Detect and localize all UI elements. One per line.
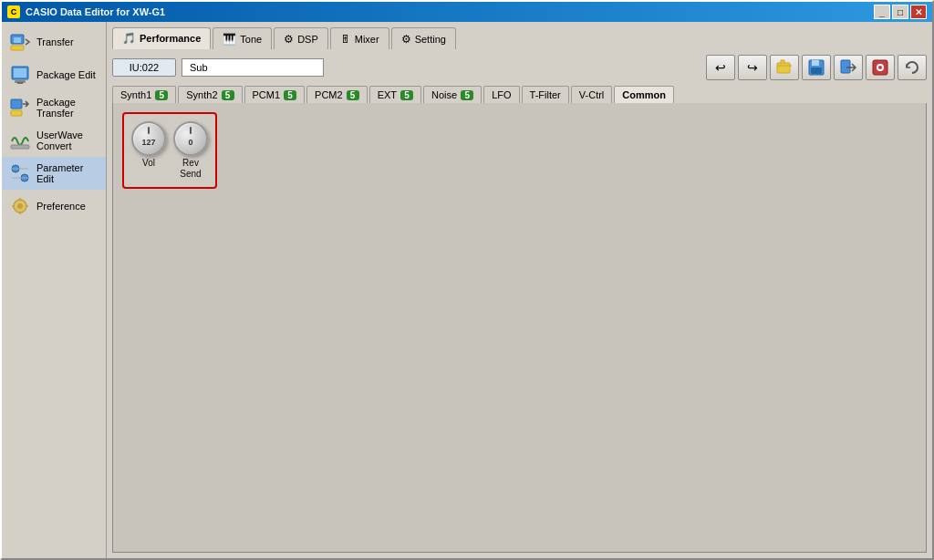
close-button[interactable]: ✕ [910, 5, 927, 19]
maximize-button[interactable]: □ [892, 5, 908, 19]
title-bar: C CASIO Data Editor for XW-G1 _ □ ✕ [2, 2, 932, 22]
package-edit-icon [9, 64, 31, 86]
window-controls: _ □ ✕ [874, 5, 927, 19]
open-button[interactable] [770, 55, 799, 80]
rev-send-knob-item: 0 RevSend [173, 121, 208, 180]
inner-tab-v-ctrl[interactable]: V-Ctrl [571, 86, 613, 103]
svg-point-12 [17, 203, 23, 209]
svg-rect-16 [811, 67, 822, 74]
undo-button[interactable]: ↩ [706, 55, 735, 80]
inner-tab-v-ctrl-label: V-Ctrl [579, 89, 605, 100]
sidebar-item-package-edit-label: Package Edit [36, 69, 96, 80]
tab-setting[interactable]: ⚙ Setting [391, 27, 456, 49]
ext-badge: 5 [400, 90, 413, 100]
inner-tab-pcm1[interactable]: PCM1 5 [244, 86, 306, 103]
sidebar-item-parameter-edit-label: Parameter Edit [36, 162, 99, 184]
inner-tab-pcm2[interactable]: PCM2 5 [306, 86, 368, 103]
import-button[interactable] [834, 55, 863, 80]
inner-tab-common-label: Common [622, 89, 666, 100]
tab-setting-label: Setting [415, 34, 446, 45]
preference-icon [9, 195, 31, 217]
inner-tabs: Synth1 5 Synth2 5 PCM1 5 PCM2 5 EXT 5 [112, 86, 927, 103]
sidebar-item-package-transfer[interactable]: Package Transfer [2, 91, 106, 124]
inner-tab-synth2[interactable]: Synth2 5 [178, 86, 242, 103]
main-layout: Transfer Package Edit [2, 22, 932, 558]
sidebar-item-preference-label: Preference [36, 201, 86, 212]
vol-label: Vol [142, 158, 155, 169]
inner-tab-ext-label: EXT [378, 89, 397, 100]
tab-mixer-label: Mixer [355, 34, 379, 45]
inner-tab-noise[interactable]: Noise 5 [423, 86, 482, 103]
synth2-badge: 5 [222, 90, 234, 100]
mixer-tab-icon: 🎚 [340, 33, 351, 46]
app-icon: C [7, 5, 20, 18]
sidebar: Transfer Package Edit [2, 22, 107, 558]
record-button[interactable] [866, 55, 895, 80]
inner-tab-common[interactable]: Common [614, 86, 674, 103]
tab-tone[interactable]: 🎹 Tone [213, 27, 272, 49]
inner-tab-synth1-label: Synth1 [120, 89, 151, 100]
inner-tab-noise-label: Noise [431, 89, 457, 100]
parameter-icon [9, 162, 31, 184]
inner-tab-t-filter-label: T-Filter [530, 89, 561, 100]
svg-rect-8 [11, 145, 29, 149]
window-title: CASIO Data Editor for XW-G1 [26, 6, 165, 17]
top-tabs: 🎵 Performance 🎹 Tone ⚙ DSP 🎚 Mixer ⚙ [112, 27, 927, 49]
tab-performance[interactable]: 🎵 Performance [112, 27, 211, 49]
tab-performance-label: Performance [140, 33, 201, 44]
package-transfer-icon [9, 97, 31, 119]
tab-tone-label: Tone [240, 34, 262, 45]
toolbar-row: IU:022 ↩ ↪ [112, 55, 927, 80]
sidebar-item-transfer[interactable]: Transfer [2, 26, 106, 58]
tab-dsp-label: DSP [297, 34, 318, 45]
rev-send-value: 0 [188, 138, 192, 147]
inner-tab-t-filter[interactable]: T-Filter [522, 86, 569, 103]
svg-rect-7 [11, 110, 22, 116]
vol-value: 127 [141, 138, 155, 147]
vol-knob[interactable]: 127 [131, 121, 166, 156]
id-display: IU:022 [112, 58, 176, 77]
pcm1-badge: 5 [284, 90, 296, 100]
inner-tab-lfo-label: LFO [492, 89, 511, 100]
title-bar-left: C CASIO Data Editor for XW-G1 [7, 5, 165, 18]
inner-tab-lfo[interactable]: LFO [483, 86, 519, 103]
inner-tab-pcm2-label: PCM2 [315, 89, 343, 100]
performance-tab-icon: 🎵 [122, 32, 136, 45]
svg-rect-15 [812, 60, 819, 66]
minimize-button[interactable]: _ [874, 5, 890, 19]
inner-tab-ext[interactable]: EXT 5 [369, 86, 421, 103]
svg-rect-2 [11, 46, 24, 50]
sidebar-item-userwave-label: UserWave Convert [36, 130, 99, 151]
sidebar-item-package-edit[interactable]: Package Edit [2, 58, 106, 91]
sidebar-item-userwave-convert[interactable]: UserWave Convert [2, 124, 106, 157]
sidebar-item-package-transfer-label: Package Transfer [36, 97, 99, 119]
content-area: 🎵 Performance 🎹 Tone ⚙ DSP 🎚 Mixer ⚙ [107, 22, 932, 558]
synth1-badge: 5 [155, 90, 168, 100]
sidebar-item-parameter-edit[interactable]: Parameter Edit [2, 157, 106, 190]
svg-rect-1 [14, 37, 21, 43]
inner-tab-pcm1-label: PCM1 [253, 89, 281, 100]
main-window: C CASIO Data Editor for XW-G1 _ □ ✕ T [0, 0, 934, 560]
sidebar-item-transfer-label: Transfer [36, 36, 74, 47]
vol-knob-item: 127 Vol [131, 121, 166, 180]
name-input[interactable] [182, 58, 324, 77]
svg-rect-17 [841, 60, 850, 73]
userwave-icon [9, 130, 31, 151]
inner-tab-synth2-label: Synth2 [186, 89, 217, 100]
rev-send-label: RevSend [180, 158, 201, 180]
save-button[interactable] [802, 55, 831, 80]
toolbar-buttons: ↩ ↪ [706, 55, 927, 80]
tone-tab-icon: 🎹 [223, 33, 236, 46]
rev-send-knob[interactable]: 0 [173, 121, 208, 156]
sidebar-item-preference[interactable]: Preference [2, 190, 106, 223]
redo-button[interactable]: ↪ [738, 55, 767, 80]
common-panel: 127 Vol 0 RevSend [112, 103, 927, 553]
svg-point-20 [878, 66, 882, 69]
dsp-tab-icon: ⚙ [284, 33, 294, 46]
tab-dsp[interactable]: ⚙ DSP [274, 27, 328, 49]
tab-mixer[interactable]: 🎚 Mixer [330, 27, 389, 49]
refresh-button[interactable] [898, 55, 927, 80]
svg-rect-4 [14, 68, 26, 78]
svg-rect-6 [11, 99, 22, 109]
inner-tab-synth1[interactable]: Synth1 5 [112, 86, 176, 103]
